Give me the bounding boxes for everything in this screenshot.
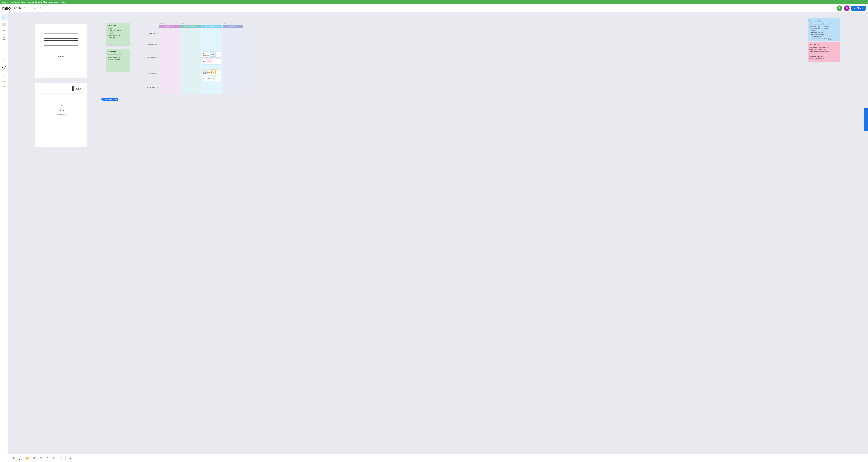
card-css-img: img (207, 59, 212, 63)
card-forms-content: Forms: Login Page (203, 53, 210, 56)
sticky-blue-title: Events Login Page (809, 20, 838, 22)
cell-deliv-inprogress[interactable] (202, 83, 222, 94)
toolbar-divider (65, 456, 66, 460)
header-right: A U ↗ Share (837, 5, 866, 11)
row-label-deliverables: DELIVERABLES (146, 83, 159, 94)
cell-refs-planning[interactable] (159, 68, 180, 83)
share-button[interactable]: ↗ Share (851, 6, 866, 11)
cell-inprogress-needs[interactable] (180, 51, 201, 68)
todo-wireframe: Add a Todo Button - to - do's - live her… (35, 83, 87, 147)
cell-completed-inprogress[interactable] (202, 29, 222, 40)
sticky-pink-title: To Do Events (809, 43, 838, 45)
cell-completed-complete[interactable] (223, 29, 244, 40)
kanban-row-references: REFERENCES Functions: Local-Storage,Rend… (146, 68, 243, 83)
todo-list-content: - to - do's - live here (56, 103, 66, 117)
kanban-headers: PLANNING NEEDS WORK IN PROGRESS COMPLETE (146, 25, 243, 28)
cell-refs-needs[interactable] (180, 68, 201, 83)
card-forms-title: Forms: (203, 53, 210, 55)
banner-text: Access your boards faster by (2, 1, 29, 3)
sticky-note-tool[interactable]: 🗒 (1, 35, 7, 42)
star-button[interactable]: ☆ (23, 6, 27, 11)
card-tdd-title: TDD/Testing (203, 78, 211, 79)
banner-link[interactable]: installing the Miro app (30, 1, 52, 3)
export-button[interactable]: ↗ (44, 455, 51, 461)
row-label-unassigned: UNASSIGNED (146, 40, 159, 51)
transform-tool[interactable]: ⤢ (1, 71, 7, 78)
card-functions-content: Functions: Local-Storage,Rendering (203, 70, 211, 74)
card-tdd[interactable]: TDD/Testing ≡ (202, 75, 221, 81)
lightning-button[interactable]: ⚡ (58, 455, 64, 461)
arrow-tool[interactable]: ↗ (1, 57, 7, 64)
kanban-row-inprogress: IN PROGRESS Forms: Login Page img (146, 51, 243, 68)
cell-unassigned-planning[interactable] (159, 40, 180, 51)
frame-tool[interactable]: ⬜ (1, 21, 7, 28)
todo-line1: - to (56, 103, 66, 108)
card-css-title: CSS (203, 61, 206, 62)
layout-button[interactable]: ⊟ (38, 455, 43, 461)
avatar-purple: U (844, 5, 849, 11)
add-todo-input[interactable]: Add a Todo (38, 86, 72, 91)
submit-button[interactable]: Submit (49, 54, 73, 59)
sticky-pink[interactable]: To Do Events - on load ask if user logge… (808, 41, 840, 62)
sticky-pink-content: - on load ask if user logged in - if log… (809, 46, 838, 60)
share-upload-button[interactable]: ↑ (29, 6, 32, 11)
top-banner: Access your boards faster by installing … (0, 0, 868, 4)
right-mini-panel[interactable] (864, 108, 868, 131)
card-css[interactable]: CSS img (202, 58, 221, 64)
cell-deliv-needs[interactable] (180, 83, 201, 94)
cell-deliv-complete[interactable] (223, 83, 244, 94)
timer-button[interactable]: ⏱ (51, 455, 57, 461)
banner-text2: on your device. (53, 1, 67, 3)
card-tdd-img: ≡ (212, 76, 216, 80)
chat-button[interactable]: ✉ (31, 455, 37, 461)
sticky-todo[interactable]: To Do Page - Form with input and button … (106, 49, 130, 72)
todo-input-row: Add a Todo Button (38, 86, 84, 91)
cell-unassigned-inprogress[interactable] (202, 40, 222, 51)
add-todo-button[interactable]: Button (73, 86, 84, 91)
date-spacer5 (228, 23, 243, 25)
date-complete: DATE: (223, 23, 227, 25)
board-title[interactable]: Lab16 (12, 7, 21, 10)
cell-unassigned-needs[interactable] (180, 40, 201, 51)
cell-refs-complete[interactable] (223, 68, 244, 83)
username-input[interactable]: UserName (44, 33, 78, 38)
card-forms[interactable]: Forms: Login Page img (202, 52, 221, 58)
canvas[interactable]: UserName Password Submit Add a Todo Butt… (8, 12, 868, 454)
sticky-blue-content: - When user submits check local storage … (809, 23, 838, 40)
undo-button[interactable]: ↩ (33, 6, 37, 11)
card-functions[interactable]: Functions: Local-Storage,Rendering ≡ (202, 69, 221, 75)
password-input[interactable]: Password (44, 40, 78, 46)
miro-logo[interactable]: miro (2, 6, 10, 11)
cell-completed-needs[interactable] (180, 29, 201, 40)
line-tool[interactable]: / (1, 50, 7, 56)
sticky-blue[interactable]: Events Login Page - When user submits ch… (808, 19, 840, 41)
cell-refs-inprogress[interactable]: Functions: Local-Storage,Rendering ≡ TDD… (201, 68, 222, 83)
cursor-tool[interactable]: ↖ (1, 14, 7, 21)
grid-view-button[interactable]: ⊞ (10, 455, 17, 461)
emoji-button[interactable]: 😊 (24, 455, 30, 461)
sticky-login[interactable]: Log in Page - HTML - A form with 2 input… (106, 23, 130, 45)
cell-unassigned-complete[interactable] (223, 40, 244, 51)
left-toolbar: ↖ ⬜ T 🗒 □ / ↗ 💬 ⤢ ••• (0, 12, 8, 462)
date-spacer3 (186, 23, 201, 25)
col-inprogress-header: IN PROGRESS (202, 25, 222, 28)
todo-list-box: - to - do's - live here (38, 93, 84, 127)
card-forms-img: img (210, 53, 216, 57)
cell-inprogress-planning[interactable] (159, 51, 180, 68)
redo-button[interactable]: ↪ (39, 6, 43, 11)
row-label-completed: COMPLETED (146, 29, 159, 40)
collapse-button[interactable]: ◀ (67, 455, 73, 461)
more-tool[interactable]: ••• (1, 78, 7, 85)
comment-tool[interactable]: 💬 (1, 64, 7, 71)
card-functions-img: ≡ (211, 70, 216, 74)
cell-inprogress-complete[interactable] (223, 51, 244, 68)
card-forms-subtitle: Login Page (203, 55, 210, 56)
cell-deliv-planning[interactable] (159, 83, 180, 94)
cell-completed-planning[interactable] (159, 29, 180, 40)
comment-view-button[interactable]: 💬 (17, 455, 23, 461)
text-tool[interactable]: T (1, 28, 7, 35)
todo-line2: - do's (56, 108, 66, 113)
cursor-arrow-icon (100, 98, 102, 100)
shape-tool[interactable]: □ (1, 42, 7, 49)
cell-inprogress-inprogress[interactable]: Forms: Login Page img CSS img (201, 51, 222, 68)
